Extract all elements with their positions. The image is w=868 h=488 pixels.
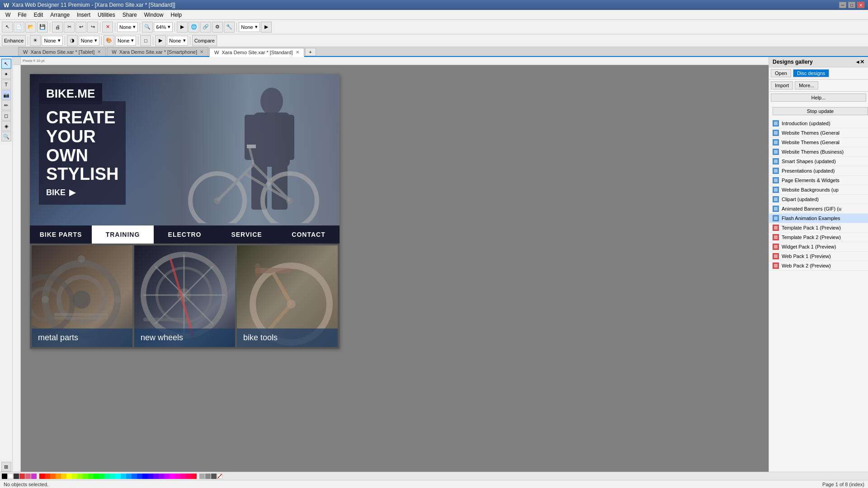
gallery-item[interactable]: Flash Animation Examples — [769, 214, 868, 223]
shape-tool-btn[interactable]: ◻ — [1, 111, 11, 121]
gray2-swatch[interactable] — [205, 474, 211, 479]
gallery-item[interactable]: Introduction (updated) — [769, 119, 868, 128]
compare-btn[interactable]: Compare — [192, 35, 217, 46]
stop-update-btn[interactable]: Stop update — [773, 107, 868, 115]
gallery-collapse-icon[interactable]: ◂ — [856, 59, 859, 65]
arrow-right-btn[interactable]: ▶ — [261, 22, 272, 33]
selector-tool[interactable]: ↖ — [2, 22, 13, 33]
contrast-icon[interactable]: ◑ — [67, 35, 78, 46]
nav-electro[interactable]: ELECTRO — [154, 225, 216, 244]
link-btn[interactable]: 🔗 — [200, 22, 211, 33]
none5-dropdown[interactable]: None▾ — [115, 36, 136, 46]
swatch-blue1[interactable] — [126, 474, 132, 479]
gallery-item[interactable]: Website Backgrounds (up — [769, 185, 868, 195]
swatch-purple2[interactable] — [164, 474, 170, 479]
menu-utilities[interactable]: Utilities — [94, 11, 119, 19]
fill-tool-btn[interactable]: ◈ — [1, 121, 11, 131]
swatch-cyan3[interactable] — [115, 474, 121, 479]
close-button[interactable]: ✕ — [857, 2, 864, 8]
selector-tool-btn[interactable]: ↖ — [1, 59, 11, 69]
gray3-swatch[interactable] — [211, 474, 217, 479]
tab-smartphone-close[interactable]: ✕ — [200, 49, 203, 54]
white-swatch[interactable] — [8, 474, 13, 479]
swatch-cyan1[interactable] — [104, 474, 110, 479]
tab-tablet[interactable]: W Xara Demo Site.xar * [Tablet] ✕ — [18, 47, 106, 56]
canvas-scroll-area[interactable]: BIKE.ME CREATE YOUR OWN STYLISH BIK — [21, 65, 769, 472]
menu-help[interactable]: Help — [167, 11, 185, 19]
swatch-cyan4[interactable] — [121, 474, 126, 479]
menu-arrange[interactable]: Arrange — [47, 11, 73, 19]
swatch-green4[interactable] — [94, 474, 99, 479]
save-btn[interactable]: 💾 — [37, 22, 48, 33]
maximize-button[interactable]: □ — [848, 2, 855, 8]
gallery-item[interactable]: Template Pack 2 (Preview) — [769, 233, 868, 242]
swatch-purple1[interactable] — [159, 474, 164, 479]
menu-logo[interactable]: W — [2, 11, 14, 19]
gallery-expand-icon[interactable]: ✕ — [860, 59, 864, 65]
none-dropdown[interactable]: None▾ — [117, 22, 138, 32]
gallery-item[interactable]: Website Themes (Business) — [769, 147, 868, 157]
undo-btn[interactable]: ↩ — [75, 22, 86, 33]
swatch-chartreuse[interactable] — [72, 474, 77, 479]
settings-btn[interactable]: 🔧 — [224, 22, 235, 33]
gallery-item[interactable]: Website Themes (General — [769, 138, 868, 147]
red-swatch[interactable] — [19, 474, 25, 479]
gallery-import-btn[interactable]: Import — [771, 81, 793, 89]
nav-bike-parts[interactable]: BIKE PARTS — [30, 225, 92, 244]
tab-standard[interactable]: W Xara Demo Site.xar * [Standard] ✕ — [209, 48, 304, 57]
swatch-violet2[interactable] — [153, 474, 159, 479]
menu-share[interactable]: Share — [119, 11, 141, 19]
swatch-yellow1[interactable] — [61, 474, 66, 479]
preview-btn[interactable]: ▶ — [177, 22, 188, 33]
publish-btn[interactable]: 🌐 — [189, 22, 199, 33]
new-tab-btn[interactable]: + — [305, 48, 316, 56]
swatch-orange2[interactable] — [56, 474, 61, 479]
gallery-item[interactable]: Website Themes (General — [769, 128, 868, 138]
gallery-item[interactable]: Smart Shapes (updated) — [769, 157, 868, 166]
color-icon[interactable]: 🎨 — [104, 35, 114, 46]
nav-training[interactable]: TRAINING — [92, 225, 154, 244]
menu-edit[interactable]: Edit — [30, 11, 47, 19]
card-new-wheels[interactable]: new wheels — [134, 245, 235, 347]
swatch-red1[interactable] — [39, 474, 45, 479]
widget-btn[interactable]: ⚙ — [212, 22, 223, 33]
tab-smartphone[interactable]: W Xara Demo Site.xar * [Smartphone] ✕ — [107, 47, 208, 56]
photo-tool-btn[interactable]: 📷 — [1, 90, 11, 100]
swatch-red2[interactable] — [45, 474, 50, 479]
gallery-help-btn[interactable]: Help... — [771, 94, 866, 102]
gallery-item[interactable]: Web Pack 2 (Preview) — [769, 261, 868, 271]
swatch-magenta2[interactable] — [170, 474, 175, 479]
cut-btn[interactable]: ✂ — [64, 22, 75, 33]
text-tool-btn[interactable]: T — [1, 80, 11, 89]
none2-dropdown[interactable]: None▾ — [239, 22, 259, 32]
gallery-item[interactable]: Template Pack 1 (Preview) — [769, 223, 868, 233]
gallery-item[interactable]: Animated Banners (GIF) (u — [769, 204, 868, 214]
gallery-open-btn[interactable]: Open — [771, 69, 791, 77]
swatch-orange1[interactable] — [50, 474, 56, 479]
gallery-item[interactable]: Presentations (updated) — [769, 166, 868, 176]
print-btn[interactable]: 🖨 — [52, 22, 63, 33]
none3-dropdown[interactable]: None▾ — [42, 36, 62, 46]
card-bike-tools[interactable]: bike tools — [237, 245, 338, 347]
swatch-pink2[interactable] — [175, 474, 180, 479]
gallery-item[interactable]: Page Elements & Widgets — [769, 176, 868, 185]
swatch-violet1[interactable] — [148, 474, 153, 479]
none-color[interactable] — [217, 474, 222, 479]
gallery-item[interactable]: Clipart (updated) — [769, 195, 868, 204]
gallery-more-btn[interactable]: More... — [795, 81, 818, 89]
hero-cta[interactable]: BIKE ▶ — [46, 188, 118, 197]
sun-icon[interactable]: ☀ — [30, 35, 41, 46]
swatch-green3[interactable] — [88, 474, 94, 479]
nav-service[interactable]: SERVICE — [216, 225, 278, 244]
menu-window[interactable]: Window — [141, 11, 167, 19]
new-btn[interactable]: 📄 — [14, 22, 24, 33]
dark-swatch[interactable] — [14, 474, 19, 479]
redo-btn[interactable]: ↪ — [87, 22, 98, 33]
tab-tablet-close[interactable]: ✕ — [97, 49, 101, 54]
swatch-green1[interactable] — [77, 474, 83, 479]
none4-dropdown[interactable]: None▾ — [79, 36, 99, 46]
swatch-red3[interactable] — [186, 474, 191, 479]
minimize-button[interactable]: ─ — [839, 2, 846, 8]
swatch-yellow2[interactable] — [66, 474, 72, 479]
card-metal-parts[interactable]: metal parts — [32, 245, 132, 347]
